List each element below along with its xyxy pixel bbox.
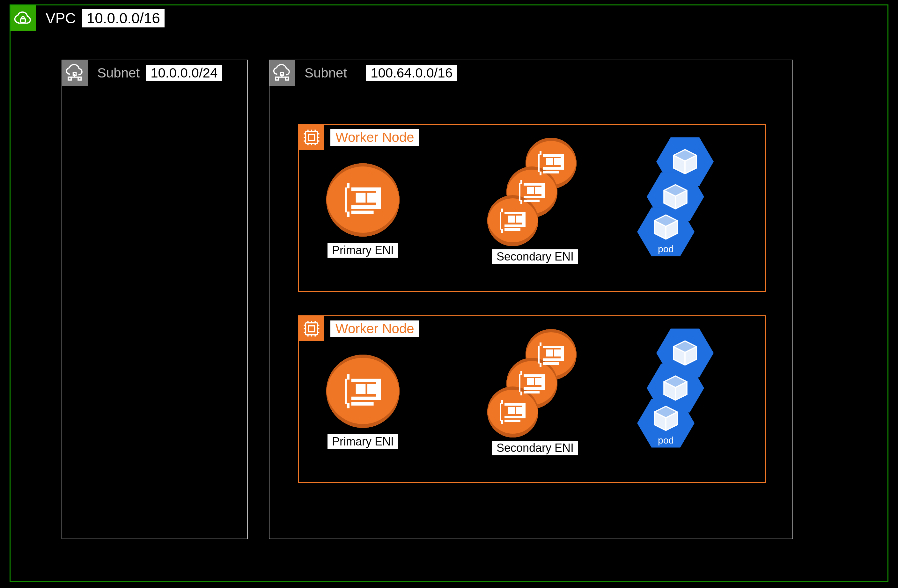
pod-label: pod	[637, 244, 695, 254]
secondary-eni-label: Secondary ENI	[492, 441, 578, 456]
pod-label: pod	[637, 435, 695, 446]
worker-node-1-label: Worker Node	[331, 129, 419, 146]
worker-node-2-label: Worker Node	[331, 320, 419, 337]
worker-node-2-header: Worker Node	[299, 316, 419, 341]
subnet-2-container: Subnet 100.64.0.0/16 Worker Node	[269, 60, 793, 539]
secondary-eni-group: Secondary ENI	[484, 329, 586, 456]
vpc-container: VPC 10.0.0.0/16 Subnet 10.0.0.0/24 Subne…	[9, 5, 889, 582]
subnet-icon	[269, 60, 295, 86]
primary-eni-group: Primary ENI	[321, 160, 404, 258]
worker-node-1: Worker Node Primary ENI	[298, 124, 766, 292]
eni-icon	[326, 163, 400, 237]
pod-icon: pod	[637, 205, 695, 259]
pod-group: pod	[637, 326, 720, 453]
subnet-2-header: Subnet 100.64.0.0/16	[269, 60, 457, 86]
vpc-label: VPC	[46, 9, 76, 27]
subnet-icon	[62, 60, 88, 86]
eni-icon	[326, 355, 400, 428]
pod-group: pod	[637, 135, 720, 262]
primary-eni-label: Primary ENI	[328, 243, 398, 258]
vpc-icon	[11, 5, 36, 31]
worker-node-1-header: Worker Node	[299, 125, 419, 150]
subnet-1-cidr: 10.0.0.0/24	[146, 65, 222, 81]
secondary-eni-group: Secondary ENI	[484, 138, 586, 264]
vpc-header: VPC 10.0.0.0/16	[11, 5, 165, 31]
primary-eni-group: Primary ENI	[321, 351, 404, 449]
vpc-cidr: 10.0.0.0/16	[82, 9, 165, 28]
subnet-2-cidr: 100.64.0.0/16	[366, 65, 457, 81]
secondary-eni-label: Secondary ENI	[492, 249, 578, 264]
pod-icon: pod	[637, 396, 695, 450]
chip-icon	[299, 316, 324, 341]
worker-node-2: Worker Node Primary ENI	[298, 316, 766, 483]
chip-icon	[299, 125, 324, 150]
subnet-1-container: Subnet 10.0.0.0/24	[62, 60, 248, 539]
subnet-2-label: Subnet	[304, 65, 347, 81]
diagram-canvas: VPC 10.0.0.0/16 Subnet 10.0.0.0/24 Subne…	[0, 0, 898, 588]
subnet-1-header: Subnet 10.0.0.0/24	[62, 60, 222, 86]
subnet-1-label: Subnet	[97, 65, 140, 81]
primary-eni-label: Primary ENI	[328, 434, 398, 449]
